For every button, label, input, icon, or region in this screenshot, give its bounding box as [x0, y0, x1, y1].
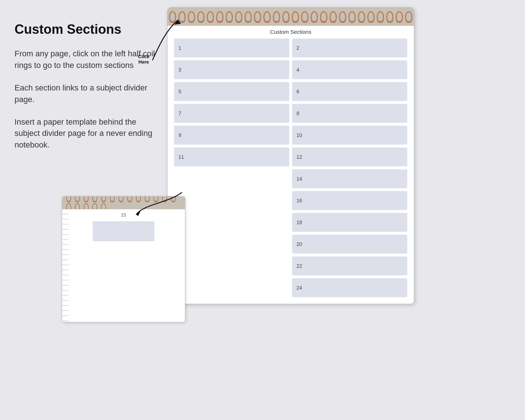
- ring: [263, 11, 271, 22]
- ring: [358, 11, 365, 22]
- custom-sections-label: Custom Sections: [167, 26, 414, 37]
- ring: [226, 11, 233, 22]
- section-cell[interactable]: 3: [174, 60, 289, 79]
- ring-small: [84, 196, 89, 202]
- section-cell[interactable]: 10: [292, 126, 407, 145]
- section-cell[interactable]: 14: [292, 169, 407, 188]
- section-cell[interactable]: 5: [174, 82, 289, 101]
- coil-rings-main: [169, 11, 412, 22]
- section-cell[interactable]: 18: [292, 213, 407, 232]
- ring-small: [110, 196, 115, 202]
- ring: [396, 11, 403, 22]
- description-3: Insert a paper template behind the subje…: [15, 116, 160, 151]
- section-cell[interactable]: [174, 191, 289, 210]
- ring: [292, 11, 299, 22]
- ring: [348, 11, 356, 22]
- main-notebook: Custom Sections 123456789101112141618202…: [167, 7, 414, 304]
- small-page-number: 15: [67, 212, 180, 218]
- section-cell[interactable]: [174, 169, 289, 188]
- dots-decoration: [62, 209, 69, 322]
- page-title: Custom Sections: [15, 22, 160, 37]
- ring: [254, 11, 261, 22]
- section-cell[interactable]: 22: [292, 257, 407, 275]
- ring-small: [136, 196, 141, 202]
- ring: [169, 11, 176, 22]
- ring-small: [171, 196, 176, 202]
- section-cell[interactable]: [174, 235, 289, 254]
- ring: [320, 11, 327, 22]
- coil-bar-small: [62, 197, 185, 209]
- section-cell[interactable]: 24: [292, 278, 407, 297]
- section-cell[interactable]: [174, 278, 289, 297]
- ring: [386, 11, 393, 22]
- section-cell[interactable]: 7: [174, 104, 289, 123]
- ring: [188, 11, 195, 22]
- ring-small: [162, 196, 167, 202]
- ring: [178, 11, 186, 22]
- section-cell[interactable]: 1: [174, 39, 289, 57]
- ring: [405, 11, 412, 22]
- section-cell[interactable]: 12: [292, 148, 407, 166]
- ring: [216, 11, 223, 22]
- ring: [377, 11, 384, 22]
- ring-small: [75, 196, 80, 202]
- ring: [339, 11, 346, 22]
- ring: [311, 11, 318, 22]
- small-notebook: 15: [62, 196, 185, 322]
- ring: [282, 11, 290, 22]
- coil-bar-main: [167, 8, 414, 26]
- sections-grid: 123456789101112141618202224: [167, 37, 414, 304]
- small-notebook-body: 15: [62, 209, 185, 322]
- ring: [245, 11, 252, 22]
- ring: [330, 11, 337, 22]
- ring: [197, 11, 205, 22]
- ring: [273, 11, 280, 22]
- section-cell[interactable]: 20: [292, 235, 407, 254]
- ring-small: [101, 196, 106, 202]
- section-cell[interactable]: [174, 257, 289, 275]
- ring: [207, 11, 214, 22]
- ring-small: [66, 196, 71, 202]
- ring-small: [153, 196, 158, 202]
- ring: [367, 11, 375, 22]
- ring-small: [118, 196, 124, 202]
- section-cell[interactable]: 16: [292, 191, 407, 210]
- ring: [301, 11, 308, 22]
- description-2: Each section links to a subject divider …: [15, 82, 160, 105]
- click-here-label: ClickHere: [138, 54, 149, 65]
- section-cell[interactable]: 11: [174, 148, 289, 166]
- section-cell[interactable]: 4: [292, 60, 407, 79]
- ring: [235, 11, 242, 22]
- ring-small: [145, 196, 150, 202]
- section-cell[interactable]: 9: [174, 126, 289, 145]
- ring-small: [127, 196, 132, 202]
- section-cell[interactable]: [174, 213, 289, 232]
- ring-small: [92, 196, 97, 202]
- section-cell[interactable]: 8: [292, 104, 407, 123]
- section-cell[interactable]: 2: [292, 39, 407, 57]
- section-cell[interactable]: 6: [292, 82, 407, 101]
- small-section-box: [93, 221, 154, 241]
- left-panel: Custom Sections From any page, click on …: [15, 22, 160, 162]
